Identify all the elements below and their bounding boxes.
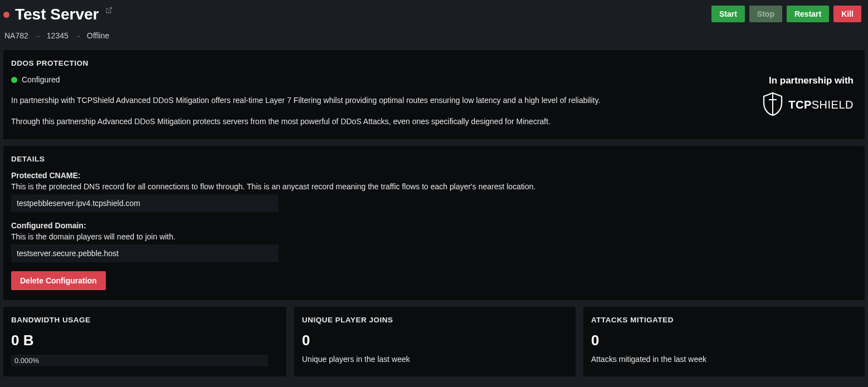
- breadcrumb-node[interactable]: NA782: [4, 31, 28, 40]
- tcpshield-logo: TCPSHIELD: [757, 92, 854, 118]
- players-sub: Unique players in the last week: [302, 355, 568, 364]
- bandwidth-usage-card: BANDWIDTH USAGE 0 B 0.000%: [3, 307, 286, 376]
- breadcrumb-status: Offline: [87, 31, 109, 40]
- ddos-heading: DDOS PROTECTION: [11, 59, 857, 67]
- players-heading: UNIQUE PLAYER JOINS: [302, 316, 568, 324]
- bandwidth-percent-bar: 0.000%: [11, 355, 268, 366]
- chevron-right-icon: →: [34, 32, 41, 40]
- attacks-value: 0: [591, 332, 857, 349]
- ddos-status-text: Configured: [22, 75, 60, 84]
- attacks-sub: Attacks mitigated in the last week: [591, 355, 857, 364]
- details-heading: DETAILS: [11, 155, 857, 163]
- stop-button: Stop: [749, 6, 782, 22]
- ddos-description-1: In partnership with TCPShield Advanced D…: [11, 95, 740, 106]
- breadcrumb-id[interactable]: 12345: [47, 31, 69, 40]
- details-panel: DETAILS Protected CNAME: This is the pro…: [3, 146, 865, 300]
- server-control-buttons: Start Stop Restart Kill: [711, 6, 865, 22]
- start-button[interactable]: Start: [711, 6, 745, 22]
- stats-row: BANDWIDTH USAGE 0 B 0.000% UNIQUE PLAYER…: [3, 307, 865, 376]
- cname-label: Protected CNAME:: [11, 171, 857, 180]
- server-name: Test Server: [15, 6, 99, 23]
- players-value: 0: [302, 332, 568, 349]
- delete-configuration-button[interactable]: Delete Configuration: [11, 271, 106, 290]
- domain-help: This is the domain players will need to …: [11, 232, 857, 241]
- shield-icon: [762, 92, 784, 118]
- kill-button[interactable]: Kill: [833, 6, 861, 22]
- ddos-status-dot: [11, 77, 17, 83]
- partner-label: In partnership with: [757, 75, 854, 86]
- unique-player-joins-card: UNIQUE PLAYER JOINS 0 Unique players in …: [294, 307, 576, 376]
- domain-value[interactable]: testserver.secure.pebble.host: [11, 244, 279, 262]
- tcpshield-logo-text: TCPSHIELD: [788, 99, 854, 111]
- ddos-protection-panel: DDOS PROTECTION Configured In partnershi…: [3, 50, 865, 139]
- edit-icon[interactable]: [105, 7, 113, 16]
- server-status-dot: [3, 12, 9, 18]
- bandwidth-heading: BANDWIDTH USAGE: [11, 316, 279, 324]
- ddos-description-2: Through this partnership Advanced DDoS M…: [11, 116, 740, 128]
- domain-label: Configured Domain:: [11, 221, 857, 230]
- bandwidth-value: 0 B: [11, 332, 279, 349]
- breadcrumb: NA782 → 12345 → Offline: [4, 31, 113, 40]
- partner-block: In partnership with TCPSHIELD: [757, 75, 857, 129]
- cname-value[interactable]: testpebbleserver.ipv4.tcpshield.com: [11, 194, 279, 212]
- restart-button[interactable]: Restart: [787, 6, 829, 22]
- page-header: Test Server NA782 → 12345 → Offline Star…: [3, 3, 865, 50]
- chevron-right-icon: →: [74, 32, 81, 40]
- attacks-mitigated-card: ATTACKS MITIGATED 0 Attacks mitigated in…: [583, 307, 865, 376]
- cname-help: This is the protected DNS record for all…: [11, 182, 857, 191]
- attacks-heading: ATTACKS MITIGATED: [591, 316, 857, 324]
